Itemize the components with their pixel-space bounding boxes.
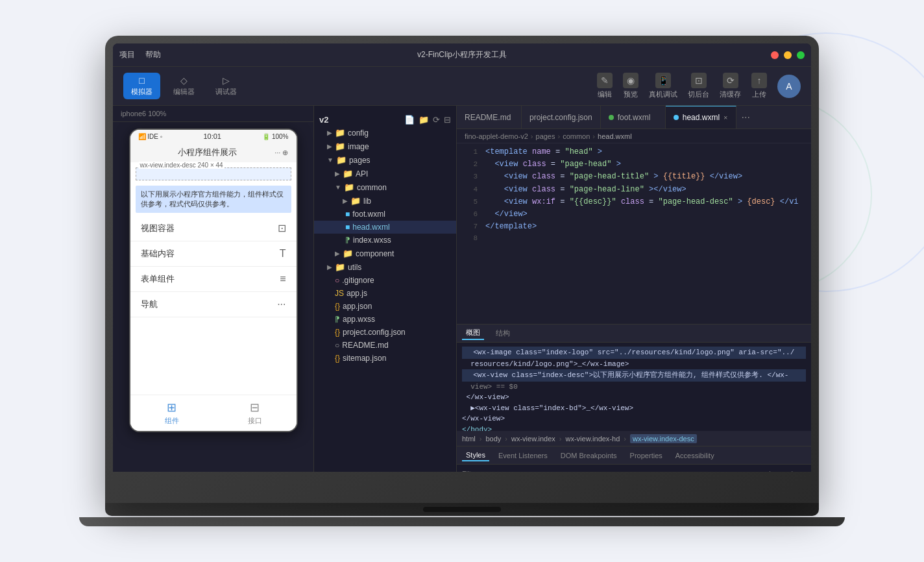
app-window: 项目 帮助 v2-FinClip小程序开发工具 □ [113,43,811,472]
filter-hint-cls[interactable]: .cls [786,470,797,472]
file-item-api[interactable]: ▶ 📁 API [314,167,456,180]
file-item-head-wxml[interactable]: ■ head.wxml [314,221,456,234]
phone-nav-components[interactable]: ⊞ 组件 [130,395,213,431]
phone-nav-interface[interactable]: ⊟ 接口 [213,395,297,431]
list-item-nav[interactable]: 导航 ··· [130,292,297,317]
tab-foot-wxml[interactable]: foot.wxml [601,106,666,128]
file-item-lib[interactable]: ▶ 📁 lib [314,194,456,208]
tab-dot-head [674,115,679,120]
bottom-code-view[interactable]: <wx-image class="index-logo" src="../res… [457,343,811,431]
file-item-foot-wxml[interactable]: ■ foot.wxml [314,208,456,221]
new-folder-icon[interactable]: 📁 [419,115,429,125]
phone-battery: 🔋 100% [262,133,288,140]
simulator-label: 模拟器 [131,87,152,97]
line-num-7: 7 [462,221,478,233]
dom-item-body[interactable]: body [485,435,501,443]
maximize-button[interactable] [797,51,805,59]
user-avatar[interactable]: A [777,75,801,98]
bottom-code-text-close1: </wx-view> [462,393,509,401]
inspector-tab-styles[interactable]: Styles [462,450,489,461]
file-name-config: config [348,128,369,138]
filter-hint-plus[interactable]: + [802,470,806,472]
bottom-code-text-logo: <wx-image class="index-logo" src="../res… [465,348,794,356]
file-item-app-js[interactable]: JS app.js [314,287,456,300]
tab-close-head[interactable]: × [723,114,727,121]
dom-sep-3: › [559,435,562,443]
close-button[interactable] [771,51,779,59]
dom-item-html[interactable]: html [462,435,476,443]
file-item-sitemap[interactable]: {} sitemap.json [314,352,456,365]
background-action[interactable]: ⊡ 切后台 [688,73,709,99]
avatar-letter: A [786,81,792,92]
file-item-readme[interactable]: ○ README.md [314,339,456,352]
phone-bottom-nav: ⊞ 组件 ⊟ 接口 [130,395,297,431]
background-label: 切后台 [688,90,709,99]
inspector-wrapper: Styles Event Listeners DOM Breakpoints P… [457,446,811,472]
list-item-basic[interactable]: 基础内容 T [130,241,297,267]
bottom-tab-html[interactable]: 概图 [462,326,484,340]
dom-item-wx-view-index-hd[interactable]: wx-view.index-hd [566,435,620,443]
bottom-code-line-close1: </wx-view> [462,392,806,403]
clear-cache-action[interactable]: ⟳ 清缓存 [720,73,741,99]
dom-item-wx-view-index-desc[interactable]: wx-view.index-desc [630,434,697,443]
inspector-tab-event-listeners[interactable]: Event Listeners [494,450,552,461]
file-item-index-wxss[interactable]: ⁋ index.wxss [314,234,456,247]
bottom-code-text-bd: ▶<wx-view class="index-bd">_</wx-view> [462,404,633,412]
inspector-tab-accessibility[interactable]: Accessibility [672,450,718,461]
minimize-button[interactable] [784,51,792,59]
real-debug-action[interactable]: 📱 真机调试 [649,73,677,99]
simulator-button[interactable]: □ 模拟器 [123,73,160,99]
tab-project-config-label: project.config.json [529,113,592,122]
edit-action[interactable]: ✎ 编辑 [597,73,613,99]
menu-item-project[interactable]: 项目 [119,49,135,60]
preview-icon: ◉ [623,73,638,88]
folder-icon-pages: 📁 [336,155,346,165]
inspector-tabs: Styles Event Listeners DOM Breakpoints P… [457,446,811,465]
components-nav-icon: ⊞ [167,400,176,415]
phone-mockup: 📶 IDE ◦ 10:01 🔋 100% · 小程序组件展示 ··· ⊕ [129,128,298,432]
file-item-pages[interactable]: ▼ 📁 pages [314,153,456,167]
toolbar-left: □ 模拟器 ◇ 编辑器 ▷ 调试器 [123,73,245,99]
editor-button[interactable]: ◇ 编辑器 [165,73,202,99]
tab-readme[interactable]: README.md [457,106,522,128]
file-item-common[interactable]: ▼ 📁 common [314,180,456,194]
list-item-view-container[interactable]: 视图容器 ⊡ [130,215,297,241]
file-item-gitignore[interactable]: ○ .gitignore [314,274,456,287]
filter-hint-hov[interactable]: :hov [767,470,781,472]
list-item-form[interactable]: 表单组件 ≡ [130,267,297,292]
dom-item-wx-view-index[interactable]: wx-view.index [511,435,555,443]
highlight-label: wx-view.index-desc 240 × 44 [139,162,225,169]
code-line-5: 5 <view wx:if = "{{desc}}" class = [457,196,811,208]
inspector-tab-properties[interactable]: Properties [626,450,666,461]
tab-head-wxml[interactable]: head.wxml × [666,106,736,128]
bottom-code-line-close2: </wx-view> [462,413,806,424]
js-icon-app: JS [335,289,344,298]
bottom-tab-log[interactable]: 结构 [492,327,514,339]
file-item-utils[interactable]: ▶ 📁 utils [314,260,456,274]
file-item-image[interactable]: ▶ 📁 image [314,140,456,153]
folder-icon-config: 📁 [335,128,345,138]
file-item-component[interactable]: ▶ 📁 component [314,247,456,260]
refresh-icon[interactable]: ⟳ [433,115,440,125]
file-item-app-json[interactable]: {} app.json [314,300,456,313]
file-item-config[interactable]: ▶ 📁 config [314,126,456,140]
app-title: v2-FinClip小程序开发工具 [417,49,507,60]
file-item-project-config[interactable]: {} project.config.json [314,326,456,339]
editor-panel: README.md project.config.json foot.wxml [457,106,811,472]
code-editor-main[interactable]: 1 <template name = "head" > [457,143,811,324]
list-item-label-3: 表单组件 [141,273,175,285]
debugger-button[interactable]: ▷ 调试器 [208,73,245,99]
collapse-icon[interactable]: ⊟ [444,115,451,125]
tab-project-config[interactable]: project.config.json [522,106,601,128]
preview-action[interactable]: ◉ 预览 [623,73,638,99]
tab-more-button[interactable]: ··· [736,112,755,123]
new-file-icon[interactable]: 📄 [404,115,415,125]
file-item-app-wxss[interactable]: ⁋ app.wxss [314,313,456,326]
edit-icon: ✎ [597,73,613,88]
phone-title-actions[interactable]: ··· ⊕ [274,149,288,157]
filter-input[interactable] [462,470,762,472]
inspector-tab-dom-breakpoints[interactable]: DOM Breakpoints [557,450,621,461]
upload-action[interactable]: ↑ 上传 [751,73,767,99]
file-name-app-wxss: app.wxss [343,315,375,324]
menu-item-help[interactable]: 帮助 [145,49,161,60]
